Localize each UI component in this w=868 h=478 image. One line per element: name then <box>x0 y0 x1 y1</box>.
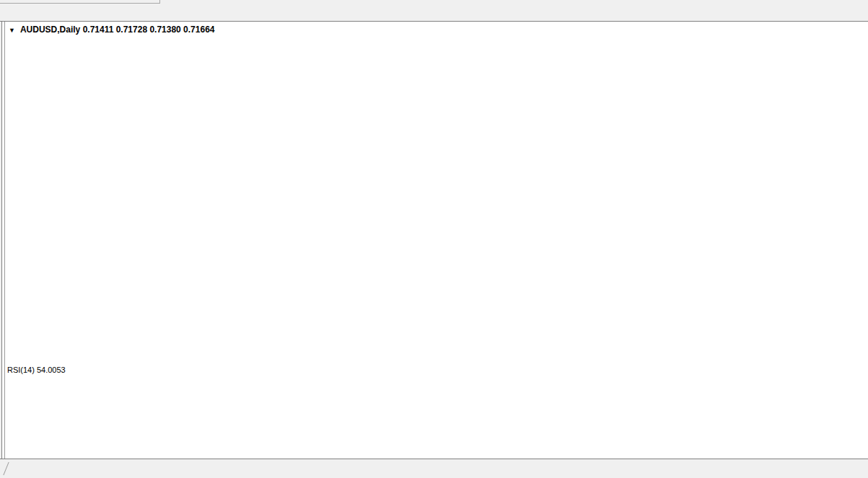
tab-stub <box>0 462 9 475</box>
chart-dropdown-icon[interactable]: ▼ <box>9 27 15 34</box>
rsi-indicator-label: RSI(14) 54.0053 <box>7 366 66 374</box>
chart-ohlc-values: 0.71411 0.71728 0.71380 0.71664 <box>83 25 215 35</box>
symbol-tabbar <box>0 459 868 478</box>
chart-canvas[interactable] <box>0 0 868 478</box>
chart-title: ▼AUDUSD,Daily 0.71411 0.71728 0.71380 0.… <box>9 25 214 35</box>
chart-symbol-label: AUDUSD,Daily <box>20 25 80 35</box>
